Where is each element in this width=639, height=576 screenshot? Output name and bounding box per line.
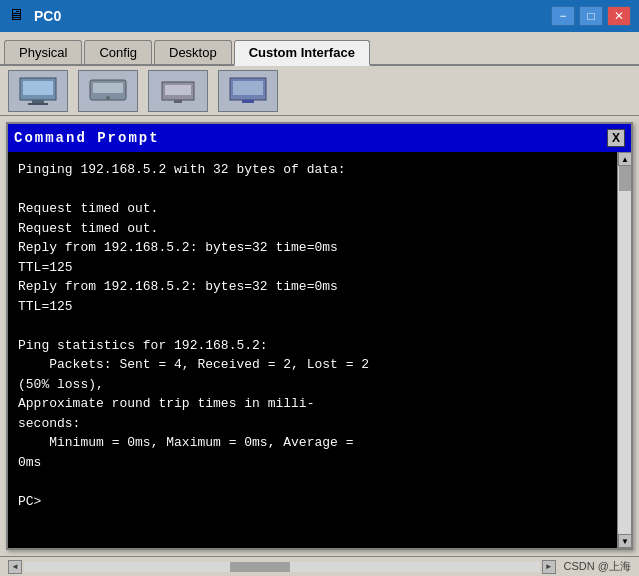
svg-rect-9 [174,100,182,103]
svg-rect-12 [242,100,254,103]
scroll-left-button[interactable]: ◄ [8,560,22,574]
device-icon-3 [148,70,208,112]
main-content: Command Prompt X Pinging 192.168.5.2 wit… [0,116,639,556]
status-bar: ◄ ► CSDN @上海 [0,556,639,576]
maximize-button[interactable]: □ [579,6,603,26]
minimize-button[interactable]: − [551,6,575,26]
close-button[interactable]: ✕ [607,6,631,26]
svg-point-6 [106,96,110,100]
cmd-title-bar: Command Prompt X [8,124,631,152]
svg-rect-5 [93,83,123,93]
scroll-track [618,166,631,534]
svg-rect-8 [165,85,191,95]
scroll-right-button[interactable]: ► [542,560,556,574]
device-area [0,66,639,116]
cmd-text: Pinging 192.168.5.2 with 32 bytes of dat… [18,160,599,511]
device-icon-1 [8,70,68,112]
cmd-close-button[interactable]: X [607,129,625,147]
scroll-down-button[interactable]: ▼ [618,534,631,548]
tab-desktop[interactable]: Desktop [154,40,232,64]
scroll-thumb[interactable] [619,166,631,191]
cmd-output: Pinging 192.168.5.2 with 32 bytes of dat… [8,152,617,548]
svg-rect-3 [28,103,48,105]
tab-physical[interactable]: Physical [4,40,82,64]
svg-rect-11 [233,81,263,95]
window-controls: − □ ✕ [551,6,631,26]
title-bar: 🖥 PC0 − □ ✕ [0,0,639,32]
window-title: PC0 [34,8,551,24]
svg-rect-2 [32,100,44,103]
scroll-thumb-h[interactable] [230,562,290,572]
tab-config[interactable]: Config [84,40,152,64]
scroll-up-button[interactable]: ▲ [618,152,631,166]
device-icon-2 [78,70,138,112]
svg-rect-1 [23,81,53,95]
tab-bar: Physical Config Desktop Custom Interface [0,32,639,66]
scrollbar-vertical[interactable]: ▲ ▼ [617,152,631,548]
scroll-track-h [24,562,540,572]
watermark: CSDN @上海 [564,559,631,574]
command-prompt-window: Command Prompt X Pinging 192.168.5.2 wit… [6,122,633,550]
window-icon: 🖥 [8,6,28,26]
cmd-title-text: Command Prompt [14,130,160,146]
tab-custom-interface[interactable]: Custom Interface [234,40,370,66]
device-icon-4 [218,70,278,112]
